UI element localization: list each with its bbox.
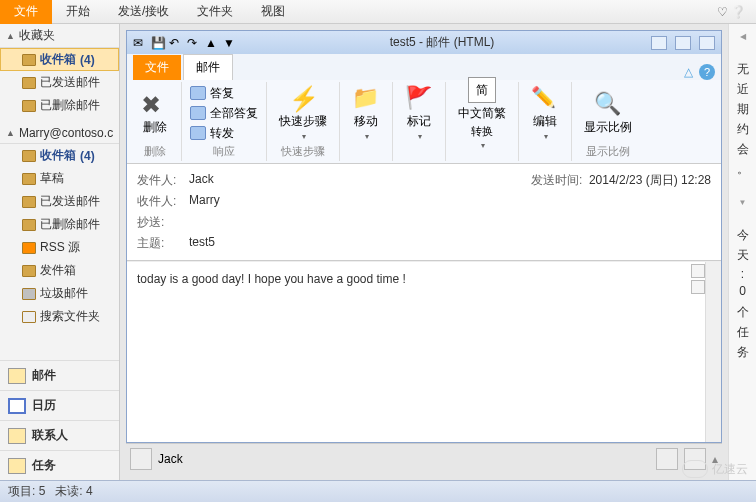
sent-value: 2014/2/23 (周日) 12:28	[589, 173, 711, 187]
minimize-button[interactable]	[651, 36, 667, 50]
todo-bar: ◀ 无近期约会。 ▼ 今天:0 个任务	[728, 24, 756, 480]
edit-button[interactable]: 编辑	[527, 83, 563, 143]
from-label: 发件人:	[137, 172, 189, 189]
message-window: ✉ 💾 ↶ ↷ ▲ ▼ test5 - 邮件 (HTML) 文件 邮件 △ ?	[126, 30, 722, 443]
body-ctrl-2[interactable]	[691, 280, 705, 294]
acct-deleted[interactable]: 已删除邮件	[0, 213, 119, 236]
ribbon-help-icon[interactable]: ?	[699, 64, 715, 80]
acct-search[interactable]: 搜索文件夹	[0, 305, 119, 328]
msg-tab-file[interactable]: 文件	[133, 55, 181, 80]
fav-sent[interactable]: 已发送邮件	[0, 71, 119, 94]
body-scrollbar[interactable]	[705, 262, 721, 442]
msg-tab-mail[interactable]: 邮件	[183, 54, 233, 80]
sender-name: Jack	[158, 452, 183, 466]
acct-drafts[interactable]: 草稿	[0, 167, 119, 190]
todo-collapse-icon[interactable]: ◀	[740, 32, 746, 41]
watermark: 亿速云	[682, 460, 748, 478]
ribbon-tab-home[interactable]: 开始	[52, 0, 104, 24]
ribbon-tab-sendreceive[interactable]: 发送/接收	[104, 0, 183, 24]
forward-button[interactable]: 转发	[190, 125, 258, 142]
fav-inbox[interactable]: 收件箱 (4)	[0, 48, 119, 71]
account-header[interactable]: ▲Marry@contoso.c	[0, 123, 119, 144]
subject-label: 主题:	[137, 235, 189, 252]
people-icon-1[interactable]	[656, 448, 678, 470]
nav-pane: ▲收藏夹 收件箱 (4) 已发送邮件 已删除邮件 ▲Marry@contoso.…	[0, 24, 120, 480]
quicksteps-button[interactable]: 快速步骤	[275, 83, 331, 143]
reply-all-button[interactable]: 全部答复	[190, 105, 258, 122]
close-button[interactable]	[699, 36, 715, 50]
subject-value: test5	[189, 235, 215, 252]
body-ctrl-1[interactable]	[691, 264, 705, 278]
to-label: 收件人:	[137, 193, 189, 210]
acct-junk[interactable]: 垃圾邮件	[0, 282, 119, 305]
from-value: Jack	[189, 172, 214, 189]
status-unread: 未读: 4	[55, 483, 92, 500]
cc-label: 抄送:	[137, 214, 189, 231]
qat-redo-icon[interactable]: ↷	[187, 36, 201, 50]
help-icon[interactable]: ♡ ❔	[717, 5, 746, 19]
convert-button[interactable]: 简中文简繁转换	[454, 75, 510, 152]
message-body[interactable]: today is a good day! I hope you have a g…	[127, 261, 721, 442]
ribbon-collapse-icon[interactable]: △	[684, 65, 693, 79]
favorites-header[interactable]: ▲收藏夹	[0, 24, 119, 48]
status-items: 项目: 5	[8, 483, 45, 500]
maximize-button[interactable]	[675, 36, 691, 50]
sender-avatar[interactable]	[130, 448, 152, 470]
status-bar: 项目: 5 未读: 4	[0, 480, 756, 502]
qat-prev-icon[interactable]: ▲	[205, 36, 219, 50]
navbtn-contacts[interactable]: 联系人	[0, 420, 119, 450]
qat-save-icon[interactable]: 💾	[151, 36, 165, 50]
sent-label: 发送时间:	[531, 173, 582, 187]
qat-undo-icon[interactable]: ↶	[169, 36, 183, 50]
people-pane: Jack ▴	[126, 443, 722, 474]
delete-button[interactable]: 删除	[137, 89, 173, 138]
ribbon-file-tab[interactable]: 文件	[0, 0, 52, 24]
navbtn-mail[interactable]: 邮件	[0, 360, 119, 390]
acct-sent[interactable]: 已发送邮件	[0, 190, 119, 213]
ribbon-tab-folder[interactable]: 文件夹	[183, 0, 247, 24]
acct-inbox[interactable]: 收件箱 (4)	[0, 144, 119, 167]
zoom-button[interactable]: 显示比例	[580, 89, 636, 138]
navbtn-calendar[interactable]: 日历	[0, 390, 119, 420]
acct-outbox[interactable]: 发件箱	[0, 259, 119, 282]
to-value: Marry	[189, 193, 220, 210]
flag-button[interactable]: 标记	[401, 83, 437, 143]
ribbon-tab-view[interactable]: 视图	[247, 0, 299, 24]
qat-next-icon[interactable]: ▼	[223, 36, 237, 50]
navbtn-tasks[interactable]: 任务	[0, 450, 119, 480]
acct-rss[interactable]: RSS 源	[0, 236, 119, 259]
fav-deleted[interactable]: 已删除邮件	[0, 94, 119, 117]
move-button[interactable]: 移动	[348, 83, 384, 143]
message-header: 发件人: Jack 发送时间: 2014/2/23 (周日) 12:28 收件人…	[127, 164, 721, 261]
reply-button[interactable]: 答复	[190, 85, 258, 102]
window-title: test5 - 邮件 (HTML)	[241, 34, 643, 51]
no-appointments: 无近期约会。	[737, 61, 749, 178]
qat-mail-icon: ✉	[133, 36, 147, 50]
tasks-today: 今天:0 个任务	[737, 227, 749, 361]
